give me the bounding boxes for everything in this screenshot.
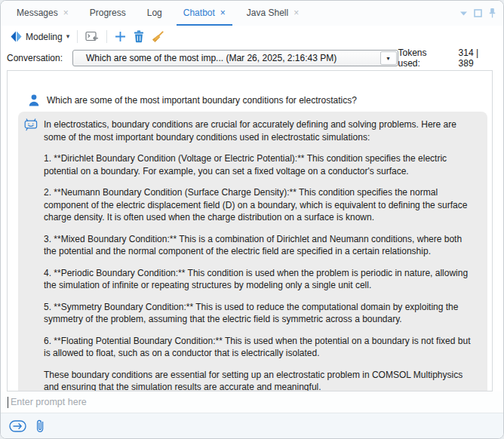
tab-label: Java Shell bbox=[247, 8, 288, 18]
clear-conversation-button[interactable] bbox=[148, 29, 167, 45]
toolbar-separator bbox=[106, 30, 107, 43]
attach-button[interactable] bbox=[35, 419, 45, 434]
tab-log[interactable]: Log bbox=[140, 1, 169, 26]
tab-chatbot[interactable]: Chatbot × bbox=[177, 1, 232, 26]
assistant-paragraph: 1. **Dirichlet Boundary Condition (Volta… bbox=[44, 152, 477, 177]
tab-label: Messages bbox=[17, 8, 58, 18]
modeling-label: Modeling bbox=[26, 32, 63, 42]
console-icon bbox=[85, 31, 99, 42]
chatbot-window: Messages × Progress Log Chatbot × Java S… bbox=[0, 0, 504, 439]
conversation-label: Conversation: bbox=[7, 53, 63, 63]
bot-icon bbox=[23, 118, 38, 135]
close-icon[interactable]: × bbox=[220, 8, 226, 17]
user-message-text: Which are some of the most important bou… bbox=[47, 95, 357, 106]
chatbot-toolbar: Modeling ▾ bbox=[1, 26, 503, 48]
modeling-icon bbox=[11, 31, 22, 42]
conversation-bar: Conversation: Which are some of the most… bbox=[1, 48, 503, 69]
assistant-paragraph: In electrostatics, boundary conditions a… bbox=[44, 118, 477, 143]
delete-conversation-button[interactable] bbox=[130, 28, 148, 45]
assistant-paragraph: 4. **Periodic Boundary Condition:** This… bbox=[44, 267, 477, 292]
tab-java-shell[interactable]: Java Shell × bbox=[240, 1, 306, 26]
toolbar-separator bbox=[77, 30, 78, 43]
tokens-used: Tokens used: 314 | 389 bbox=[398, 48, 497, 69]
tab-bar: Messages × Progress Log Chatbot × Java S… bbox=[1, 1, 503, 26]
plus-icon bbox=[115, 31, 126, 42]
window-controls bbox=[460, 1, 503, 26]
paperclip-icon bbox=[35, 419, 45, 434]
text-caret bbox=[8, 397, 8, 408]
prompt-row bbox=[1, 391, 503, 413]
panel-menu-icon[interactable] bbox=[460, 11, 467, 16]
open-in-shell-button[interactable] bbox=[81, 29, 103, 45]
conversation-selected-text: Which are some of the most imp... (Mar 2… bbox=[73, 53, 380, 63]
assistant-paragraph: These boundary conditions are essential … bbox=[44, 369, 477, 391]
chevron-down-icon: ▾ bbox=[66, 33, 70, 40]
tab-progress[interactable]: Progress bbox=[83, 1, 133, 26]
assistant-paragraph: 3. **Mixed Boundary Condition:** This is… bbox=[44, 233, 477, 258]
tokens-used-label: Tokens used: bbox=[398, 48, 451, 69]
modeling-button[interactable]: Modeling ▾ bbox=[7, 29, 73, 45]
chevron-down-icon: ▾ bbox=[387, 55, 390, 62]
tokens-used-value: 314 | 389 bbox=[459, 48, 496, 69]
assistant-message-text: In electrostatics, boundary conditions a… bbox=[44, 118, 477, 391]
tab-label: Chatbot bbox=[183, 8, 215, 18]
user-message-row: Which are some of the most important bou… bbox=[29, 95, 481, 106]
tab-label: Log bbox=[147, 8, 162, 18]
broom-icon bbox=[152, 31, 164, 43]
assistant-message: In electrostatics, boundary conditions a… bbox=[18, 112, 487, 391]
prompt-input[interactable] bbox=[9, 396, 503, 408]
maximize-icon[interactable] bbox=[474, 9, 482, 17]
send-icon bbox=[9, 420, 26, 432]
assistant-paragraph: 5. **Symmetry Boundary Condition:** This… bbox=[44, 301, 477, 326]
chat-area: Which are some of the most important bou… bbox=[7, 70, 493, 391]
assistant-paragraph: 6. **Floating Potential Boundary Conditi… bbox=[44, 335, 477, 360]
combo-arrow-button[interactable]: ▾ bbox=[380, 51, 397, 65]
new-conversation-button[interactable] bbox=[111, 29, 130, 45]
tab-messages[interactable]: Messages × bbox=[10, 1, 75, 26]
pin-icon[interactable] bbox=[489, 8, 496, 18]
conversation-select[interactable]: Which are some of the most imp... (Mar 2… bbox=[72, 50, 398, 66]
tab-label: Progress bbox=[90, 8, 126, 18]
prompt-actions bbox=[1, 413, 503, 438]
user-icon bbox=[29, 94, 39, 106]
trash-icon bbox=[134, 30, 144, 43]
assistant-paragraph: 2. **Neumann Boundary Condition (Surface… bbox=[44, 186, 477, 224]
close-icon[interactable]: × bbox=[293, 8, 299, 17]
close-icon[interactable]: × bbox=[63, 8, 69, 17]
send-button[interactable] bbox=[9, 420, 26, 432]
